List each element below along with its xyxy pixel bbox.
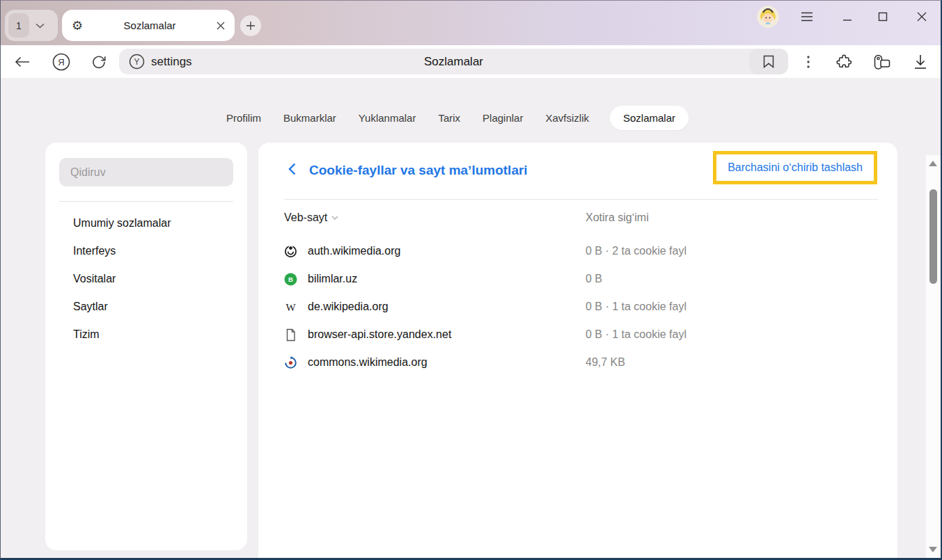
- nav-tab-bukmarklar[interactable]: Bukmarklar: [282, 106, 338, 130]
- document-icon: [284, 328, 297, 342]
- table-row[interactable]: browser-api.store.yandex.net 0 B · 1 ta …: [258, 321, 897, 349]
- tab-group-badge[interactable]: 1: [8, 13, 29, 38]
- site-table-header: Veb-sayt Xotira sigʻimi: [258, 205, 897, 231]
- tab-title: Sozlamalar: [83, 19, 217, 31]
- cookies-panel: Cookie-fayllar va sayt maʼlumotlari Barc…: [258, 143, 897, 558]
- site-domain: auth.wikimedia.org: [308, 245, 400, 257]
- address-bar-menu-button[interactable]: [799, 53, 817, 71]
- bookmark-button[interactable]: [749, 49, 788, 74]
- table-row[interactable]: auth.wikimedia.org 0 B · 2 ta cookie fay…: [258, 237, 897, 265]
- back-button[interactable]: [13, 53, 31, 71]
- tab-close-icon[interactable]: [217, 22, 225, 30]
- download-icon: [913, 54, 927, 70]
- table-row[interactable]: W de.wikipedia.org 0 B · 1 ta cookie fay…: [258, 293, 897, 321]
- plus-icon: [246, 21, 256, 31]
- tab-group-selector[interactable]: 1: [5, 10, 58, 41]
- settings-page: Profilim Bukmarklar Yuklanmalar Tarix Pl…: [1, 78, 941, 558]
- column-storage-label: Xotira sigʻimi: [586, 211, 649, 224]
- commons-icon: [284, 356, 297, 369]
- site-table-body: auth.wikimedia.org 0 B · 2 ta cookie fay…: [258, 237, 897, 376]
- nav-tab-xavfsizlik[interactable]: Xavfsizlik: [544, 106, 590, 130]
- site-settings-icon: Y: [129, 54, 145, 70]
- sidebar-item-umumiy-sozlamalar[interactable]: Umumiy sozlamalar: [45, 209, 247, 237]
- site-domain: bilimlar.uz: [308, 273, 357, 285]
- page-scrollbar[interactable]: [926, 155, 941, 558]
- svg-text:B: B: [288, 275, 293, 283]
- passwords-cards-button[interactable]: [872, 53, 890, 71]
- settings-gear-icon: ⚙: [72, 19, 83, 32]
- browser-menu-button[interactable]: [799, 9, 815, 24]
- column-website-sort[interactable]: Veb-sayt: [284, 211, 586, 224]
- url-text: settings: [151, 55, 192, 69]
- settings-sidebar: Umumiy sozlamalar Interfeys Vositalar Sa…: [45, 143, 247, 550]
- search-input[interactable]: [59, 158, 233, 186]
- settings-nav-tabs: Profilim Bukmarklar Yuklanmalar Tarix Pl…: [1, 104, 913, 131]
- nav-tab-sozlamalar[interactable]: Sozlamalar: [610, 106, 689, 130]
- vertical-dots-icon: [807, 56, 810, 68]
- nav-tab-yuklanmalar[interactable]: Yuklanmalar: [357, 106, 418, 130]
- cookies-header: Cookie-fayllar va sayt maʼlumotlari Barc…: [258, 143, 897, 199]
- tab-bar: 1 ⚙ Sozlamalar: [1, 1, 941, 45]
- chevron-down-icon: [36, 23, 45, 29]
- delete-all-button[interactable]: Barchasini oʻchirib tashlash: [716, 154, 874, 181]
- site-domain: commons.wikimedia.org: [308, 356, 427, 369]
- user-avatar[interactable]: [757, 6, 779, 28]
- nav-tab-tarix[interactable]: Tarix: [437, 106, 462, 130]
- sidebar-list: Umumiy sozlamalar Interfeys Vositalar Sa…: [45, 209, 247, 349]
- site-storage: 0 B · 1 ta cookie fayl: [586, 328, 686, 341]
- maximize-icon: [878, 12, 888, 22]
- yandex-logo-icon: Я: [58, 57, 64, 67]
- table-row[interactable]: B bilimlar.uz 0 B: [258, 265, 897, 293]
- header-divider: [284, 199, 878, 200]
- browser-window: 1 ⚙ Sozlamalar: [0, 0, 942, 560]
- site-storage: 0 B · 2 ta cookie fayl: [586, 245, 686, 257]
- sidebar-item-vositalar[interactable]: Vositalar: [45, 265, 247, 293]
- sidebar-item-tizim[interactable]: Tizim: [45, 321, 247, 349]
- yandex-home-button[interactable]: Я: [52, 53, 70, 71]
- site-storage: 0 B: [586, 273, 602, 285]
- scroll-down-arrow[interactable]: [929, 547, 937, 552]
- cookies-heading: Cookie-fayllar va sayt maʼlumotlari: [309, 163, 528, 178]
- chevron-left-icon: [288, 163, 296, 175]
- site-domain: browser-api.store.yandex.net: [308, 328, 451, 341]
- svg-text:Y: Y: [134, 57, 139, 67]
- nav-tab-plaginlar[interactable]: Plaginlar: [481, 106, 524, 130]
- column-website-label: Veb-sayt: [284, 211, 327, 224]
- sidebar-item-saytlar[interactable]: Saytlar: [45, 293, 247, 321]
- address-bar[interactable]: Y settings Sozlamalar: [119, 49, 788, 74]
- arrow-left-icon: [15, 56, 30, 67]
- downloads-button[interactable]: [911, 53, 929, 71]
- sidebar-divider: [59, 201, 233, 202]
- browser-tab-sozlamalar[interactable]: ⚙ Sozlamalar: [62, 10, 235, 41]
- close-icon: [917, 12, 927, 22]
- svg-text:W: W: [285, 301, 296, 312]
- wikipedia-icon: W: [284, 301, 297, 314]
- extensions-button[interactable]: [835, 53, 853, 71]
- new-tab-button[interactable]: [240, 15, 261, 36]
- sort-chevron-icon: [331, 216, 338, 220]
- hamburger-icon: [801, 12, 813, 22]
- annotation-highlight-box: Barchasini oʻchirib tashlash: [713, 151, 877, 184]
- window-minimize-button[interactable]: [840, 9, 855, 24]
- site-storage: 0 B · 1 ta cookie fayl: [586, 301, 686, 313]
- browser-toolbar: Я Y settings Sozlamalar: [1, 45, 941, 78]
- bilimlar-icon: B: [284, 273, 297, 286]
- table-row[interactable]: commons.wikimedia.org 49,7 KB: [258, 349, 897, 376]
- refresh-icon: [91, 54, 107, 70]
- scrollbar-thumb[interactable]: [929, 189, 937, 284]
- puzzle-icon: [835, 54, 852, 70]
- nav-tab-profilim[interactable]: Profilim: [225, 106, 262, 130]
- wikimedia-icon: [284, 245, 297, 258]
- window-close-button[interactable]: [914, 9, 929, 24]
- site-storage: 49,7 KB: [586, 356, 625, 369]
- refresh-button[interactable]: [90, 53, 108, 71]
- sidebar-item-interfeys[interactable]: Interfeys: [45, 237, 247, 265]
- window-maximize-button[interactable]: [875, 9, 890, 24]
- minimize-icon: [842, 12, 852, 22]
- back-chevron-button[interactable]: [284, 161, 299, 177]
- key-card-icon: [872, 54, 890, 70]
- bookmark-flag-icon: [763, 55, 774, 68]
- site-domain: de.wikipedia.org: [308, 301, 388, 313]
- scroll-up-arrow[interactable]: [929, 161, 937, 166]
- page-title: Sozlamalar: [119, 55, 788, 69]
